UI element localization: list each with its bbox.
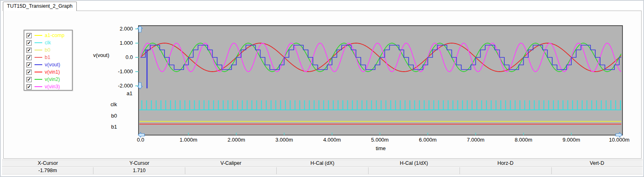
legend-color-swatch xyxy=(35,72,42,72)
legend-checkbox-v(vin1)[interactable]: ✓ xyxy=(26,70,32,75)
readout-value xyxy=(552,167,643,174)
legend-checkbox-v(vout)[interactable]: ✓ xyxy=(26,62,32,68)
legend-color-swatch xyxy=(35,50,42,50)
readout-header: Vert-D xyxy=(551,160,643,166)
readout-value xyxy=(185,167,277,174)
readout-value xyxy=(460,167,551,174)
readout-value xyxy=(277,167,368,174)
legend-label: b1 xyxy=(45,55,50,60)
legend-label: v(vout) xyxy=(45,62,60,68)
legend-color-swatch xyxy=(35,35,42,36)
legend-item-v(vin2): ✓v(vin2) xyxy=(24,76,72,83)
legend-color-swatch xyxy=(35,42,42,43)
legend-label: b0 xyxy=(45,47,50,53)
legend-checkbox-v(vin3)[interactable]: ✓ xyxy=(26,84,32,90)
graph-window: TUT15D_Transient_2_Graph ✓a1-comp✓clk✓b0… xyxy=(0,0,644,177)
legend-label: v(vin3) xyxy=(45,84,60,90)
legend-label: clk xyxy=(45,40,51,46)
legend-item-clk: ✓clk xyxy=(24,39,72,46)
legend-color-swatch xyxy=(35,57,42,58)
legend-color-swatch xyxy=(35,79,42,80)
legend-checkbox-a1-comp[interactable]: ✓ xyxy=(26,33,32,38)
cursor-readout-headers: X-CursorY-CursorV-CaliperH-Cal (dX)H-Cal… xyxy=(2,160,643,167)
legend-label: v(vin1) xyxy=(45,69,60,75)
legend-item-v(vin3): ✓v(vin3) xyxy=(24,83,72,90)
legend-box: ✓a1-comp✓clk✓b0✓b1✓v(vout)✓v(vin1)✓v(vin… xyxy=(24,30,73,91)
readout-value: 1.710 xyxy=(93,167,185,174)
legend-item-b0: ✓b0 xyxy=(24,46,72,54)
readout-header: H-Cal (dX) xyxy=(277,160,368,166)
legend-checkbox-clk[interactable]: ✓ xyxy=(26,40,32,46)
legend-label: a1-comp xyxy=(45,33,65,38)
legend-checkbox-v(vin2)[interactable]: ✓ xyxy=(26,77,32,82)
trace-clk-pulses xyxy=(142,101,620,110)
cursor-readout-values: -1.798m1.710 xyxy=(2,167,643,175)
readout-value: -1.798m xyxy=(2,167,93,174)
plot-area[interactable] xyxy=(139,26,622,135)
readout-header: H-Cal (1/dX) xyxy=(368,160,460,166)
legend-item-a1-comp: ✓a1-comp xyxy=(24,32,72,39)
legend-item-v(vin1): ✓v(vin1) xyxy=(24,68,72,76)
plot-svg xyxy=(0,0,644,177)
legend-label: v(vin2) xyxy=(45,76,60,82)
graph-tab[interactable]: TUT15D_Transient_2_Graph xyxy=(3,2,77,11)
readout-header: Horz-D xyxy=(460,160,551,166)
legend-item-v(vout): ✓v(vout) xyxy=(24,61,72,68)
legend-color-swatch xyxy=(35,86,42,87)
readout-value xyxy=(369,167,460,174)
legend-color-swatch xyxy=(35,64,42,65)
legend-checkbox-b0[interactable]: ✓ xyxy=(26,48,32,53)
readout-header: Y-Cursor xyxy=(93,160,185,166)
readout-header: X-Cursor xyxy=(2,160,93,166)
legend-item-b1: ✓b1 xyxy=(24,54,72,61)
legend-checkbox-b1[interactable]: ✓ xyxy=(26,55,32,60)
readout-header: V-Caliper xyxy=(185,160,277,166)
